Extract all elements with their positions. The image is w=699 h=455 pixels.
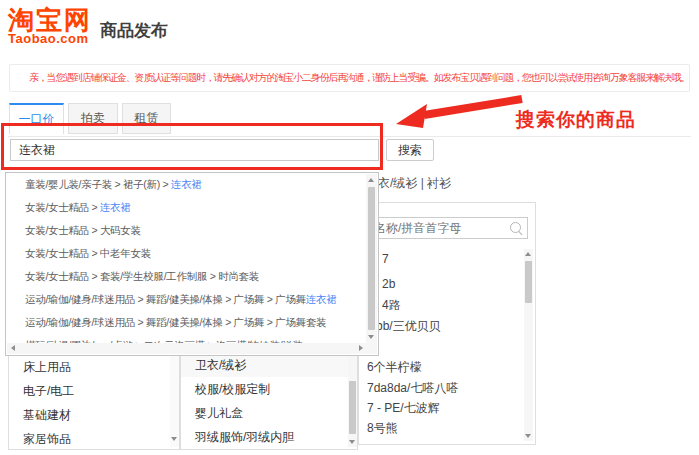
scroll-up-icon[interactable] bbox=[525, 252, 531, 256]
suggestion-item[interactable]: 女装/女士精品 > 连衣裙 bbox=[25, 200, 131, 214]
taobao-logo[interactable]: 淘宝网 Taobao.com bbox=[8, 6, 92, 45]
taobao-logo-cn: 淘宝网 bbox=[8, 6, 92, 34]
category-suggestion-dropdown: 童装/婴儿装/亲子装 > 裙子(新) > 连衣裙 女装/女士精品 > 连衣裙 女… bbox=[5, 172, 379, 356]
dropdown-vertical-scrollbar[interactable] bbox=[366, 174, 377, 343]
scroll-down-icon[interactable] bbox=[171, 437, 177, 441]
suggestion-item[interactable]: 运动/瑜伽/健身/球迷用品 > 舞蹈/健美操/体操 > 广场舞 > 广场舞连衣裙 bbox=[25, 292, 337, 306]
taobao-publish-page: 淘宝网 Taobao.com 商品发布 亲，当您遇到店铺保证金、资质认证等问题时… bbox=[0, 0, 699, 455]
brand-item[interactable]: 7da8da/七嗒八嗒 bbox=[367, 381, 458, 395]
scroll-left-icon[interactable] bbox=[11, 345, 15, 351]
scroll-down-icon[interactable] bbox=[349, 440, 355, 444]
annotation-label: 搜索你的商品 bbox=[516, 107, 636, 133]
suggestion-item[interactable]: 童装/婴儿装/亲子装 > 裙子(新) > 连衣裙 bbox=[25, 177, 202, 191]
brand-search-input[interactable] bbox=[368, 217, 528, 239]
category-item[interactable]: 婴儿礼盒 bbox=[181, 401, 357, 425]
category-item-selected[interactable]: 卫衣/绒衫 bbox=[181, 353, 357, 377]
category-item[interactable]: 床上用品 bbox=[9, 355, 179, 379]
brand-item[interactable]: 2b bbox=[382, 277, 395, 291]
brand-panel: 7 2b 4路 bb/三优贝贝 6个半柠檬 7da8da/七嗒八嗒 7 - PE… bbox=[358, 202, 536, 445]
page-title: 商品发布 bbox=[100, 19, 168, 42]
left-column-scrollbar[interactable] bbox=[170, 355, 179, 447]
brand-item[interactable]: 8号熊 bbox=[367, 421, 398, 435]
search-icon bbox=[510, 222, 521, 233]
brand-item[interactable]: 7 - PE/七波辉 bbox=[367, 401, 440, 415]
dropdown-horizontal-scrollbar[interactable] bbox=[7, 343, 367, 354]
brand-item[interactable]: 4路 bbox=[382, 298, 401, 312]
brand-item[interactable]: 7 bbox=[382, 252, 389, 266]
scroll-down-icon[interactable] bbox=[368, 335, 374, 339]
suggestion-item[interactable]: 女装/女士精品 > 大码女装 bbox=[25, 223, 141, 237]
category-item[interactable]: 家装主材 bbox=[9, 447, 179, 450]
scrollbar-thumb[interactable] bbox=[349, 381, 356, 434]
brand-item[interactable]: bb/三优贝贝 bbox=[376, 319, 441, 333]
taobao-logo-en: Taobao.com bbox=[8, 32, 92, 45]
search-button[interactable]: 搜索 bbox=[386, 139, 434, 161]
security-notice-banner: 亲，当您遇到店铺保证金、资质认证等问题时，请先确认对方的淘宝小二身份后再沟通，谨… bbox=[9, 64, 690, 92]
annotation-highlight-rectangle bbox=[1, 123, 383, 170]
suggestion-item[interactable]: 女装/女士精品 > 套装/学生校服/工作制服 > 时尚套装 bbox=[25, 269, 259, 283]
brand-list-scrollbar[interactable] bbox=[524, 249, 533, 441]
scroll-right-icon[interactable] bbox=[359, 345, 363, 351]
category-item[interactable]: 校服/校服定制 bbox=[181, 377, 357, 401]
brand-item[interactable]: 6个半柠檬 bbox=[367, 360, 422, 374]
category-item[interactable]: 基础建材 bbox=[9, 403, 179, 427]
suggestion-item[interactable]: 运动/瑜伽/健身/球迷用品 > 舞蹈/健美操/体操 > 广场舞 > 广场舞套装 bbox=[25, 315, 326, 329]
middle-column-scrollbar[interactable] bbox=[348, 353, 357, 447]
scroll-down-icon[interactable] bbox=[525, 434, 531, 438]
annotation-arrow-icon bbox=[394, 92, 526, 130]
scrollbar-corner bbox=[366, 343, 377, 354]
category-item[interactable]: 电子/电工 bbox=[9, 379, 179, 403]
suggestion-item[interactable]: 女装/女士精品 > 中老年女装 bbox=[25, 246, 151, 260]
scrollbar-thumb[interactable] bbox=[525, 261, 532, 303]
scrollbar-thumb[interactable] bbox=[368, 187, 375, 330]
category-item[interactable]: 羽绒服饰/羽绒内胆 bbox=[181, 425, 357, 449]
scroll-up-icon[interactable] bbox=[368, 178, 374, 182]
